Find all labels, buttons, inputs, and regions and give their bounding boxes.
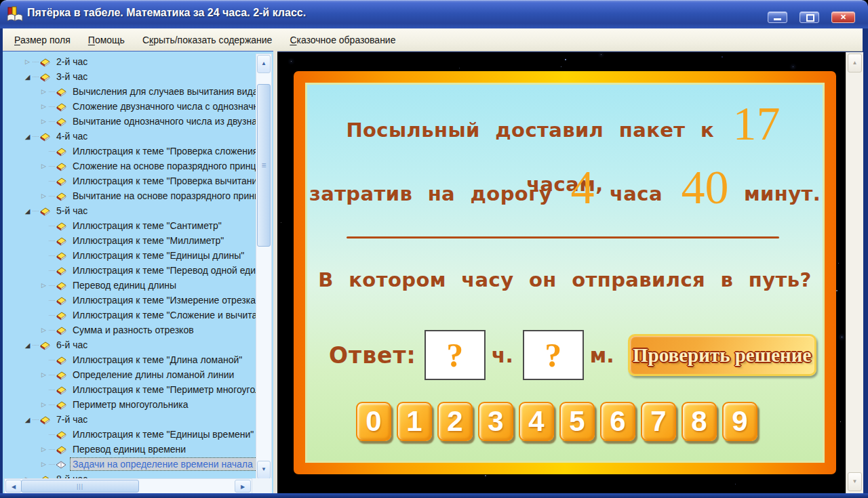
tree-item-9[interactable]: Иллюстрация к теме "Проверка вычитания": [5, 173, 256, 188]
tree-item-10[interactable]: ▷Вычитание на основе поразрядного принци…: [5, 188, 256, 203]
tree-connector-line: [49, 91, 55, 92]
tree-item-19[interactable]: ▷Сумма и разность отрезков: [5, 323, 256, 337]
digit-button-2[interactable]: 2: [437, 402, 473, 441]
collapsed-expander-icon[interactable]: ▷: [39, 461, 49, 468]
menu-item-3[interactable]: Скрыть/показать содержание: [136, 33, 278, 47]
tree-item-label: Перевод единиц длины: [71, 279, 178, 291]
expanded-expander-icon[interactable]: ◢: [22, 207, 33, 215]
tree-item-27[interactable]: ▷Перевод единиц времени: [5, 442, 256, 457]
book-closed-icon: [55, 102, 67, 112]
book-open-icon: [55, 459, 67, 470]
tree-item-24[interactable]: ▷Периметр многоугольника: [5, 397, 256, 412]
digit-button-0[interactable]: 0: [356, 402, 391, 441]
problem-text: минут.: [744, 182, 821, 205]
tree-item-label: 4-й час: [54, 130, 90, 142]
hours-input[interactable]: ?: [425, 330, 486, 380]
expanded-expander-icon[interactable]: ◢: [22, 73, 33, 81]
menu-item-1[interactable]: Размер поля: [8, 33, 77, 47]
collapsed-expander-icon[interactable]: ▷: [39, 282, 49, 289]
tree-item-16[interactable]: ▷Перевод единиц длины: [5, 278, 256, 293]
tree-horizontal-scrollbar[interactable]: ◀ ||| ▶: [4, 478, 252, 494]
tree-vertical-scrollbar[interactable]: ▲ ▼: [256, 54, 272, 480]
tree-item-6[interactable]: ◢4-й час: [5, 129, 256, 144]
collapsed-expander-icon[interactable]: ▷: [39, 192, 49, 199]
tree-item-20[interactable]: ◢6-й час: [5, 337, 256, 352]
tree-item-26[interactable]: Иллюстрация к теме "Единицы времени": [5, 427, 256, 442]
check-solution-button[interactable]: Проверить решение: [628, 334, 816, 376]
problem-number: 17: [730, 98, 784, 150]
expanded-expander-icon[interactable]: ◢: [22, 341, 33, 349]
tree-item-label: 3-й час: [54, 70, 90, 83]
tree-item-22[interactable]: ▷Определение длины ломаной линии: [5, 367, 256, 382]
tree-connector-line: [49, 390, 55, 390]
collapsed-expander-icon[interactable]: ▷: [39, 371, 49, 378]
tree-item-28[interactable]: ▷Задачи на определение времени начала со…: [5, 457, 256, 472]
tree-item-23[interactable]: Иллюстрация к теме "Периметр многоугольн…: [5, 382, 256, 397]
expanded-expander-icon[interactable]: ◢: [22, 133, 33, 140]
tree-item-17[interactable]: Иллюстрация к теме "Измерение отрезка": [5, 293, 256, 308]
minutes-input[interactable]: ?: [523, 330, 584, 380]
tree-item-14[interactable]: Иллюстрация к теме "Единицы длины": [5, 248, 256, 263]
tree-connector-line: [33, 136, 39, 137]
tree-item-8[interactable]: ▷Сложение на основе поразрядного принцип…: [5, 159, 256, 173]
tree-item-2[interactable]: ◢3-й час: [5, 69, 256, 84]
tree-connector-line: [49, 255, 55, 256]
content-scroll-up-button[interactable]: ▲: [848, 54, 862, 72]
menu-bar: Размер поляПомощьСкрыть/показать содержа…: [3, 28, 863, 51]
tree-connector-line: [49, 464, 55, 465]
tree-connector-line: [49, 434, 55, 435]
content-scroll-down-button[interactable]: ▼: [848, 472, 862, 491]
tree-item-label: 7-й час: [54, 413, 90, 426]
tree-connector-line: [49, 181, 55, 182]
horizontal-scroll-thumb[interactable]: |||: [21, 480, 139, 493]
tree-item-11[interactable]: ◢5-й час: [5, 203, 256, 218]
collapsed-expander-icon[interactable]: ▷: [39, 446, 49, 453]
menu-item-4[interactable]: Сказочное образование: [283, 33, 401, 47]
digit-button-6[interactable]: 6: [600, 402, 635, 441]
collapsed-expander-icon[interactable]: ▷: [39, 103, 49, 110]
tree-item-21[interactable]: Иллюстрация к теме "Длина ломаной": [5, 352, 256, 367]
tree-item-18[interactable]: Иллюстрация к теме "Сложение и вычитание…: [5, 308, 256, 323]
collapsed-expander-icon[interactable]: ▷: [39, 327, 49, 333]
tree-connector-line: [49, 121, 55, 122]
tree-connector-line: [33, 62, 39, 62]
tree-item-label: 5-й час: [54, 205, 90, 217]
collapsed-expander-icon[interactable]: ▷: [39, 118, 49, 125]
collapsed-expander-icon[interactable]: ▷: [39, 88, 49, 95]
scroll-down-button[interactable]: ▼: [257, 461, 271, 479]
digit-button-1[interactable]: 1: [397, 402, 432, 441]
scroll-up-button[interactable]: ▲: [257, 55, 271, 73]
tree-item-label: Сумма и разность отрезков: [71, 324, 196, 336]
tree-item-13[interactable]: Иллюстрация к теме "Миллиметр": [5, 233, 256, 248]
content-vertical-scrollbar[interactable]: ▲ ▼: [846, 52, 863, 493]
tree-item-5[interactable]: ▷Вычитание однозначного числа из двузнач…: [5, 114, 256, 129]
collapsed-expander-icon[interactable]: ▷: [39, 163, 49, 169]
scroll-left-button[interactable]: ◀: [5, 480, 22, 493]
digit-button-3[interactable]: 3: [478, 402, 513, 441]
close-button[interactable]: ✕: [831, 12, 855, 23]
tree-item-25[interactable]: ◢7-й час: [5, 412, 256, 427]
tree-item-3[interactable]: ▷Вычисления для случаев вычитания вида: [5, 84, 256, 99]
digit-button-8[interactable]: 8: [682, 402, 717, 441]
tree-item-1[interactable]: ▷2-й час: [5, 54, 256, 69]
lesson-tree-panel: ▷2-й час◢3-й час▷Вычисления для случаев …: [3, 51, 273, 494]
digit-button-9[interactable]: 9: [722, 402, 757, 441]
tree-item-15[interactable]: Иллюстрация к теме "Перевод одной единиц…: [5, 263, 256, 278]
collapsed-expander-icon[interactable]: ▷: [39, 401, 49, 408]
maximize-button[interactable]: [800, 12, 819, 23]
tree-item-12[interactable]: Иллюстрация к теме "Сантиметр": [5, 218, 256, 233]
digit-button-5[interactable]: 5: [559, 402, 595, 441]
tree-item-7[interactable]: Иллюстрация к теме "Проверка сложения": [5, 144, 256, 159]
scroll-right-button[interactable]: ▶: [235, 480, 251, 493]
digit-button-7[interactable]: 7: [641, 402, 676, 441]
collapsed-expander-icon[interactable]: ▷: [22, 58, 33, 65]
expanded-expander-icon[interactable]: ◢: [22, 416, 33, 423]
book-closed-icon: [39, 57, 51, 67]
digit-button-4[interactable]: 4: [519, 402, 554, 441]
vertical-scroll-thumb[interactable]: [257, 84, 271, 247]
tree-connector-line: [49, 404, 55, 405]
menu-item-2[interactable]: Помощь: [82, 33, 131, 47]
minimize-button[interactable]: [768, 12, 787, 23]
tree-item-4[interactable]: ▷Сложение двузначного числа с однозначны…: [5, 99, 256, 114]
tree-connector-line: [49, 226, 55, 226]
